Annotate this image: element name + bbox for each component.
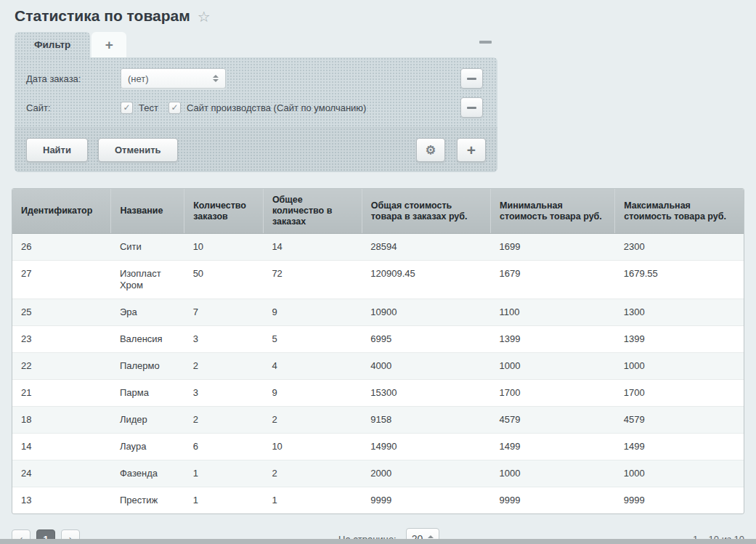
table-cell: Фазенда <box>111 460 184 487</box>
table-cell: 2300 <box>615 234 744 261</box>
table-row[interactable]: 13Престиж11999999999999 <box>12 487 744 514</box>
tab-filter[interactable]: Фильтр <box>15 32 90 57</box>
table-cell: 1700 <box>491 380 615 407</box>
site-option-production: ✓ Сайт производства (Сайт по умолчанию) <box>168 102 367 114</box>
table-cell: Лаура <box>111 434 184 460</box>
column-header[interactable]: Максимальная стоимость товара руб. <box>615 189 744 234</box>
table-cell: 10 <box>263 434 362 460</box>
table-cell: 13 <box>12 487 111 514</box>
table-cell: 23 <box>12 326 111 353</box>
products-table-container: ИдентификаторНазваниеКоличество заказовО… <box>12 188 744 514</box>
site-filter-label: Сайт: <box>26 102 121 113</box>
table-cell: Валенсия <box>111 326 184 353</box>
page-header: Статистика по товарам ☆ <box>0 0 756 25</box>
table-cell: 6 <box>184 434 264 460</box>
table-cell: 1 <box>263 487 362 514</box>
table-cell: 9 <box>263 380 362 407</box>
add-filter-tab[interactable]: + <box>92 32 126 57</box>
date-filter-select[interactable]: (нет) <box>121 68 226 89</box>
table-cell: Изопласт Хром <box>111 261 184 299</box>
table-cell: 1399 <box>491 326 615 353</box>
filter-settings-button[interactable]: ⚙ <box>416 138 445 162</box>
column-header[interactable]: Общая стоимость товара в заказах руб. <box>362 189 490 234</box>
table-cell: 2 <box>263 460 362 487</box>
table-row[interactable]: 23Валенсия35699513991399 <box>12 326 744 353</box>
table-cell: 9999 <box>362 487 490 514</box>
table-cell: 15300 <box>362 380 490 407</box>
table-cell: 1679.55 <box>615 261 744 299</box>
table-cell: 1700 <box>615 380 744 407</box>
column-header[interactable]: Общее количество в заказах <box>263 189 362 234</box>
column-header[interactable]: Идентификатор <box>12 189 111 234</box>
plus-icon: + <box>467 142 476 158</box>
table-cell: 9999 <box>491 487 615 514</box>
minus-icon <box>467 78 476 80</box>
table-cell: 1499 <box>615 434 744 460</box>
table-row[interactable]: 21Парма391530017001700 <box>12 380 744 407</box>
table-cell: 9158 <box>362 407 490 434</box>
table-cell: 1000 <box>615 460 744 487</box>
filter-row-site: Сайт: ✓ Тест ✓ Сайт производства (Сайт п… <box>15 94 497 121</box>
table-cell: 1699 <box>491 234 615 261</box>
column-header[interactable]: Минимальная стоимость товара руб. <box>491 189 615 234</box>
table-row[interactable]: 24Фазенда12200010001000 <box>12 460 744 487</box>
favorite-star-icon[interactable]: ☆ <box>198 8 211 25</box>
page-title: Статистика по товарам <box>15 7 190 25</box>
column-header[interactable]: Название <box>111 189 184 234</box>
table-cell: 3 <box>184 326 264 353</box>
gear-icon: ⚙ <box>426 143 436 157</box>
table-row[interactable]: 22Палермо24400010001000 <box>12 353 744 380</box>
table-cell: Парма <box>111 380 184 407</box>
table-cell: 1100 <box>491 299 615 326</box>
table-row[interactable]: 26Сити10142859416992300 <box>12 234 744 261</box>
collapse-filter-icon[interactable] <box>479 41 492 44</box>
table-cell: 21 <box>12 380 111 407</box>
table-cell: 4000 <box>362 353 490 380</box>
column-header[interactable]: Количество заказов <box>184 189 264 234</box>
table-cell: 1000 <box>491 460 615 487</box>
minus-icon <box>467 107 476 109</box>
filter-body: Дата заказа: (нет) Сайт: ✓ Тест ✓ Сайт п… <box>15 57 497 172</box>
table-cell: 2 <box>184 407 264 434</box>
table-row[interactable]: 14Лаура6101499014991499 <box>12 434 744 460</box>
table-cell: 9 <box>263 299 362 326</box>
table-cell: 50 <box>184 261 264 299</box>
table-cell: 1000 <box>491 353 615 380</box>
table-cell: 24 <box>12 460 111 487</box>
checkbox-checked-icon[interactable]: ✓ <box>168 102 181 114</box>
chevron-updown-icon <box>213 75 219 82</box>
cancel-button[interactable]: Отменить <box>98 138 178 162</box>
table-body: 26Сити1014285941699230027Изопласт Хром50… <box>12 234 744 514</box>
site-option-test: ✓ Тест <box>121 102 158 114</box>
remove-date-filter-button[interactable] <box>460 68 483 89</box>
table-cell: 10900 <box>362 299 490 326</box>
table-cell: 3 <box>184 380 264 407</box>
find-button[interactable]: Найти <box>26 138 88 162</box>
table-cell: 10 <box>184 234 264 261</box>
table-cell: 7 <box>184 299 264 326</box>
filter-tabs: Фильтр + <box>15 32 497 57</box>
table-cell: 9999 <box>615 487 744 514</box>
table-cell: 28594 <box>362 234 490 261</box>
table-cell: 2 <box>184 353 264 380</box>
table-cell: 72 <box>263 261 362 299</box>
filter-row-date: Дата заказа: (нет) <box>15 63 497 94</box>
filter-footer: Найти Отменить ⚙ + <box>15 127 497 172</box>
table-cell: 4 <box>263 353 362 380</box>
date-filter-value: (нет) <box>128 73 149 84</box>
table-row[interactable]: 25Эра791090011001300 <box>12 299 744 326</box>
table-cell: 14 <box>12 434 111 460</box>
table-cell: 14 <box>263 234 362 261</box>
remove-site-filter-button[interactable] <box>460 97 483 118</box>
site-option-label: Сайт производства (Сайт по умолчанию) <box>187 102 367 113</box>
table-cell: 2000 <box>362 460 490 487</box>
checkbox-checked-icon[interactable]: ✓ <box>121 102 133 114</box>
table-cell: 1679 <box>491 261 615 299</box>
table-row[interactable]: 18Лидер22915845794579 <box>12 407 744 434</box>
table-row[interactable]: 27Изопласт Хром5072120909.4516791679.55 <box>12 261 744 299</box>
table-cell: Сити <box>111 234 184 261</box>
add-filter-field-button[interactable]: + <box>457 138 486 162</box>
table-cell: Палермо <box>111 353 184 380</box>
table-cell: 120909.45 <box>362 261 490 299</box>
date-filter-label: Дата заказа: <box>26 73 121 84</box>
